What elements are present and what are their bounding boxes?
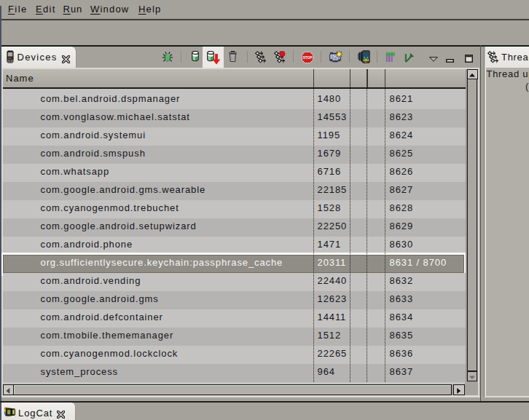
- svg-text:STOP: STOP: [303, 55, 312, 59]
